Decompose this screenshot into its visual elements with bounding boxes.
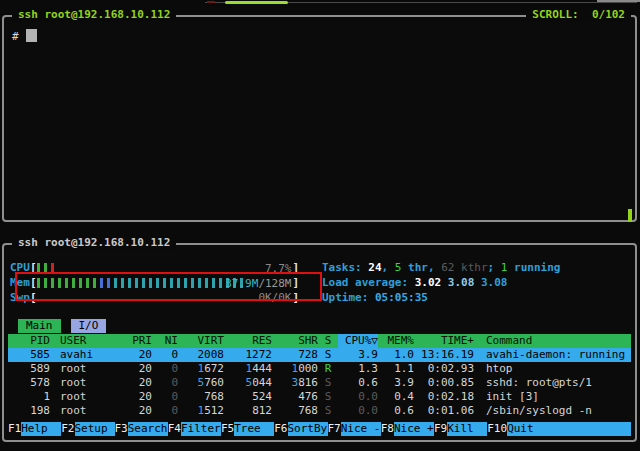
fnlabel-help[interactable]: Help [21,422,61,436]
cell-cpu: 0.6 [338,376,378,390]
cell-mem: 1.1 [378,362,414,376]
fnkey-f6[interactable]: F6 [274,422,287,436]
cell-shr: 1000 [272,362,318,376]
htop-tabs: MainI/O [18,319,106,333]
fnlabel-nice-[interactable]: Nice + [394,422,434,436]
cell-time: 0:01.06 [414,404,474,418]
bracket: [ [30,276,37,289]
cell-time: 13:16.19 [414,348,474,362]
fnkey-f9[interactable]: F9 [434,422,447,436]
column-header-res[interactable]: RES [224,334,272,348]
cell-ni: 0 [152,362,178,376]
mem-meter-bars: 37.9M/128M [37,277,293,289]
fnlabel-filter[interactable]: Filter [181,422,221,436]
top-pane-title: ssh root@192.168.10.112 [12,8,176,22]
swp-meter-value: 0K/0K [258,291,291,305]
column-header-cpu[interactable]: CPU%▽ [338,334,378,348]
cell-pri: 20 [112,362,152,376]
column-header-user[interactable]: USER [50,334,112,348]
column-header-virt[interactable]: VIRT [178,334,224,348]
cell-res: 524 [224,390,272,404]
cell-user: root [50,362,112,376]
cell-pri: 20 [112,390,152,404]
cell-pid: 1 [8,390,50,404]
cell-ni: 0 [152,404,178,418]
cell-pri: 20 [112,404,152,418]
process-row-1[interactable]: 1root200768524476S0.00.40:02.18init [3] [8,390,631,404]
fnkey-f8[interactable]: F8 [381,422,394,436]
process-row-578[interactable]: 578root200576050443816S0.63.90:00.85sshd… [8,376,631,390]
cell-pid: 578 [8,376,50,390]
fnkey-f1[interactable]: F1 [8,422,21,436]
fnlabel-quit[interactable]: Quit [507,422,631,436]
cell-pri: 20 [112,376,152,390]
cell-mem: 3.9 [378,376,414,390]
bottom-terminal-pane[interactable]: ssh root@192.168.10.112 CPU[7.7%]Mem[37.… [2,243,637,442]
fnkey-f3[interactable]: F3 [115,422,128,436]
shell-prompt-line[interactable]: # [12,29,37,44]
swp-meter-bars: 0K/0K [37,291,293,303]
bottom-pane-title: ssh root@192.168.10.112 [12,236,176,250]
htop-table-header[interactable]: PIDUSERPRINIVIRTRESSHRSCPU%▽MEM%TIME+Com… [8,334,631,348]
top-terminal-pane[interactable]: ssh root@192.168.10.112 SCROLL: 0/102 # [2,15,637,222]
cell-s: R [318,362,338,376]
fnkey-f10[interactable]: F10 [487,422,507,436]
mem-meter-value: 37.9M/128M [225,277,291,291]
cell-ni: 0 [152,390,178,404]
fnkey-f4[interactable]: F4 [168,422,181,436]
recording-marker [207,1,215,3]
column-header-cmd[interactable]: Command [474,334,631,348]
mem-meter-label: Mem [10,276,30,289]
fnlabel-tree[interactable]: Tree [234,422,274,436]
cell-user: avahi [50,348,112,362]
column-header-time[interactable]: TIME+ [414,334,474,348]
cell-user: root [50,404,112,418]
column-header-pri[interactable]: PRI [112,334,152,348]
scrollbar-thumb[interactable] [628,209,632,222]
cell-cpu: 0.0 [338,404,378,418]
cell-s: S [318,376,338,390]
cell-s: S [318,390,338,404]
cell-time: 0:02.18 [414,390,474,404]
column-header-mem[interactable]: MEM% [378,334,414,348]
cell-time: 0:02.93 [414,362,474,376]
cell-virt: 2008 [178,348,224,362]
cell-pri: 20 [112,348,152,362]
htop-function-key-bar: F1HelpF2SetupF3SearchF4FilterF5TreeF6Sor… [8,422,631,436]
cell-cmd: sshd: root@pts/1 [474,376,631,390]
fnkey-f2[interactable]: F2 [61,422,74,436]
cell-cmd: /sbin/syslogd -n [474,404,631,418]
cell-s: S [318,404,338,418]
cpu-meter-value: 7.7% [265,262,292,276]
tab-main[interactable]: Main [18,319,61,333]
cell-shr: 3816 [272,376,318,390]
cell-shr: 728 [272,348,318,362]
tab-io[interactable]: I/O [71,319,107,333]
uptime: Uptime: 05:05:35 [322,291,428,305]
cell-user: root [50,390,112,404]
cell-virt: 1672 [178,362,224,376]
fnlabel-sortby[interactable]: SortBy [288,422,328,436]
column-header-pid[interactable]: PID [8,334,50,348]
cell-res: 812 [224,404,272,418]
process-row-585[interactable]: 585avahi20020081272728S3.91.013:16.19ava… [8,348,631,362]
recording-progress-segment [597,0,640,2]
process-row-589[interactable]: 589root200167214441000R1.31.10:02.93htop [8,362,631,376]
cell-cmd: htop [474,362,631,376]
fnlabel-kill[interactable]: Kill [447,422,487,436]
column-header-shr[interactable]: SHR [272,334,318,348]
process-row-198[interactable]: 198root2001512812768S0.00.60:01.06/sbin/… [8,404,631,418]
mem-meter: Mem[37.9M/128M] [10,276,299,290]
column-header-s[interactable]: S [318,334,338,348]
swp-meter: Swp[0K/0K] [10,291,299,305]
bracket: [ [30,291,37,304]
fnkey-f5[interactable]: F5 [221,422,234,436]
fnlabel-nice-[interactable]: Nice - [341,422,381,436]
column-header-ni[interactable]: NI [152,334,178,348]
cell-mem: 0.4 [378,390,414,404]
fnlabel-search[interactable]: Search [128,422,168,436]
bracket: ] [293,291,300,304]
bracket: ] [293,276,300,289]
fnlabel-setup[interactable]: Setup [75,422,115,436]
fnkey-f7[interactable]: F7 [328,422,341,436]
